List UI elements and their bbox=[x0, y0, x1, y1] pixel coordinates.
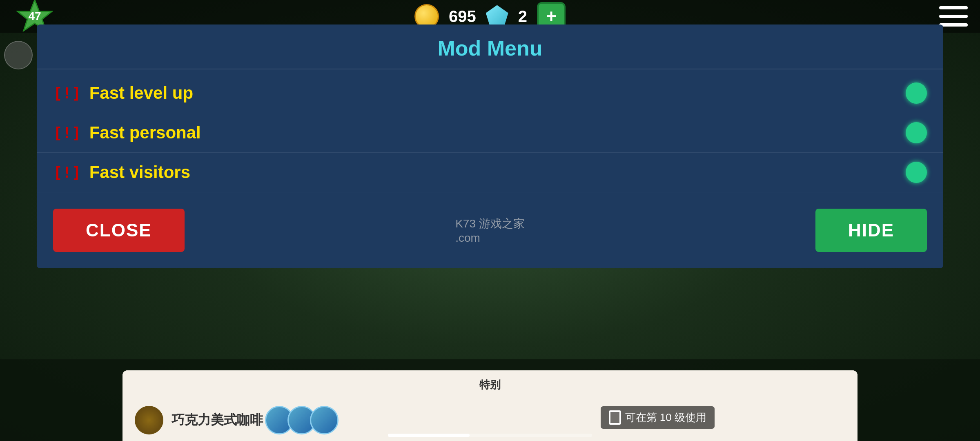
scroll-thumb bbox=[388, 434, 470, 437]
coffee-item-icon bbox=[135, 406, 163, 434]
mod-item-badge-1: [!] bbox=[53, 124, 81, 142]
bottom-area: 特别 巧克力美式咖啡 可在第 10 级使用 bbox=[0, 359, 980, 441]
hide-button[interactable]: HIDE bbox=[815, 209, 927, 252]
sidebar-circle-1[interactable] bbox=[4, 41, 33, 69]
mod-item-label-0: Fast level up bbox=[89, 83, 906, 103]
lock-icon bbox=[609, 410, 621, 425]
mod-menu-header: Mod Menu bbox=[37, 24, 943, 69]
mod-item-badge-2: [!] bbox=[53, 163, 81, 181]
mod-item-label-1: Fast personal bbox=[89, 123, 906, 143]
gem-value: 2 bbox=[518, 7, 527, 26]
toggle-fast-visitors[interactable] bbox=[906, 162, 927, 183]
coin-value: 695 bbox=[449, 7, 476, 26]
mod-item-badge-0: [!] bbox=[53, 84, 81, 102]
menu-line-3 bbox=[939, 23, 968, 27]
level-unlock-text: 可在第 10 级使用 bbox=[625, 410, 706, 425]
player-circle-3 bbox=[310, 406, 339, 434]
menu-line-2 bbox=[939, 15, 968, 18]
watermark-text: K73 游戏之家.com bbox=[455, 216, 525, 245]
level-unlock-indicator: 可在第 10 级使用 bbox=[601, 406, 715, 429]
menu-line-1 bbox=[939, 6, 968, 9]
toggle-fast-personal[interactable] bbox=[906, 122, 927, 143]
bottom-tabs: 特别 bbox=[122, 370, 858, 399]
coffee-item-name: 巧克力美式咖啡 bbox=[172, 411, 263, 429]
player-circles-container bbox=[271, 406, 339, 434]
mod-menu-title: Mod Menu bbox=[437, 36, 542, 60]
plus-icon: + bbox=[546, 7, 557, 25]
tab-special[interactable]: 特别 bbox=[122, 370, 858, 399]
star-number: 47 bbox=[28, 10, 41, 23]
mod-item-fast-personal: [!] Fast personal bbox=[37, 113, 943, 153]
toggle-fast-level-up[interactable] bbox=[906, 82, 927, 104]
hamburger-menu-button[interactable] bbox=[939, 6, 968, 27]
mod-item-fast-level-up: [!] Fast level up bbox=[37, 74, 943, 113]
mod-item-fast-visitors: [!] Fast visitors bbox=[37, 153, 943, 192]
mod-menu-items-list: [!] Fast level up [!] Fast personal [!] … bbox=[37, 69, 943, 196]
bottom-panel: 特别 巧克力美式咖啡 可在第 10 级使用 bbox=[122, 370, 858, 441]
mod-item-label-2: Fast visitors bbox=[89, 163, 906, 182]
mod-menu-panel: Mod Menu [!] Fast level up [!] Fast pers… bbox=[37, 24, 943, 268]
scroll-bar[interactable] bbox=[388, 434, 592, 437]
close-button[interactable]: CLOSE bbox=[53, 209, 185, 252]
mod-menu-actions: CLOSE K73 游戏之家.com HIDE bbox=[37, 196, 943, 256]
